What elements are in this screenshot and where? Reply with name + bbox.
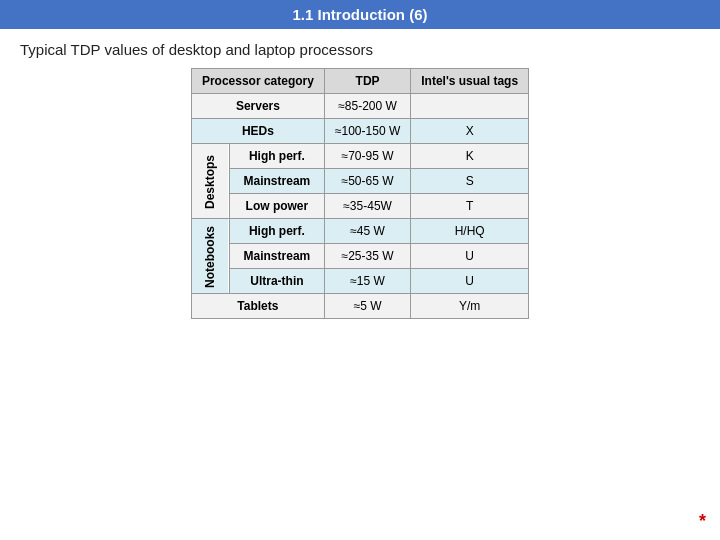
table-row: Servers ≈85-200 W (191, 94, 528, 119)
table-row: Mainstream ≈50-65 W S (191, 169, 528, 194)
title-bar: 1.1 Introduction (6) (0, 0, 720, 29)
label-desktop-lowpower: Low power (229, 194, 324, 219)
tdp-notebook-high: ≈45 W (324, 219, 410, 244)
tags-desktop-lowpower: T (411, 194, 529, 219)
label-notebook-ultrathin: Ultra-thin (229, 269, 324, 294)
tdp-servers: ≈85-200 W (324, 94, 410, 119)
table-row: Low power ≈35-45W T (191, 194, 528, 219)
table-wrapper: Processor category TDP Intel's usual tag… (0, 68, 720, 319)
tags-desktop-high: K (411, 144, 529, 169)
asterisk-symbol: * (699, 511, 706, 532)
label-notebook-high: High perf. (229, 219, 324, 244)
tdp-desktop-mainstream: ≈50-65 W (324, 169, 410, 194)
tdp-tablets: ≈5 W (324, 294, 410, 319)
page-subtitle: Typical TDP values of desktop and laptop… (0, 29, 720, 68)
header-processor-category: Processor category (191, 69, 324, 94)
tags-heds: X (411, 119, 529, 144)
tags-servers (411, 94, 529, 119)
tdp-notebook-mainstream: ≈25-35 W (324, 244, 410, 269)
group-notebooks: Notebooks (191, 219, 229, 294)
table-row: Desktops High perf. ≈70-95 W K (191, 144, 528, 169)
table-row: HEDs ≈100-150 W X (191, 119, 528, 144)
header-tdp: TDP (324, 69, 410, 94)
label-servers: Servers (191, 94, 324, 119)
label-desktop-high: High perf. (229, 144, 324, 169)
header-intel-tags: Intel's usual tags (411, 69, 529, 94)
tags-notebook-mainstream: U (411, 244, 529, 269)
tags-notebook-ultrathin: U (411, 269, 529, 294)
table-row: Notebooks High perf. ≈45 W H/HQ (191, 219, 528, 244)
tdp-desktop-lowpower: ≈35-45W (324, 194, 410, 219)
tags-desktop-mainstream: S (411, 169, 529, 194)
title-text: 1.1 Introduction (6) (293, 6, 428, 23)
label-desktop-mainstream: Mainstream (229, 169, 324, 194)
tdp-desktop-high: ≈70-95 W (324, 144, 410, 169)
table-row: Tablets ≈5 W Y/m (191, 294, 528, 319)
tags-notebook-high: H/HQ (411, 219, 529, 244)
tdp-table: Processor category TDP Intel's usual tag… (191, 68, 529, 319)
table-row: Mainstream ≈25-35 W U (191, 244, 528, 269)
table-header-row: Processor category TDP Intel's usual tag… (191, 69, 528, 94)
tdp-notebook-ultrathin: ≈15 W (324, 269, 410, 294)
label-heds: HEDs (191, 119, 324, 144)
group-desktops: Desktops (191, 144, 229, 219)
label-notebook-mainstream: Mainstream (229, 244, 324, 269)
tags-tablets: Y/m (411, 294, 529, 319)
table-row: Ultra-thin ≈15 W U (191, 269, 528, 294)
label-tablets: Tablets (191, 294, 324, 319)
tdp-heds: ≈100-150 W (324, 119, 410, 144)
